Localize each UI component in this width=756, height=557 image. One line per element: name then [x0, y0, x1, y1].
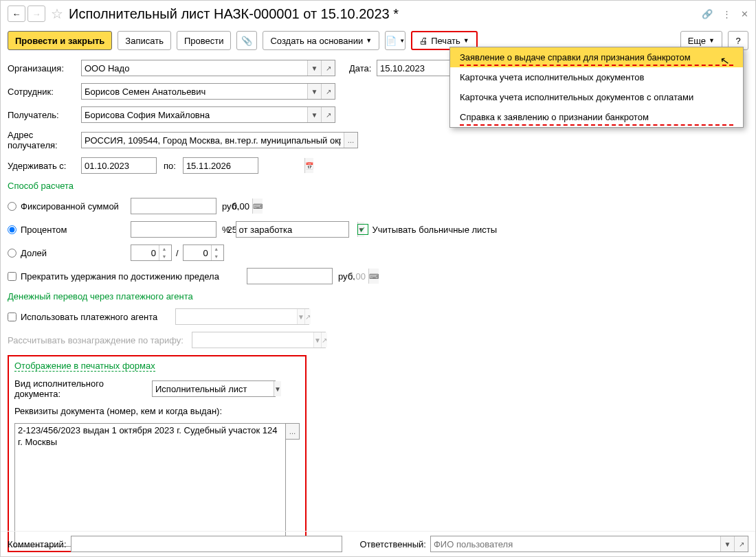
tariff-label: Рассчитывать вознаграждение по тарифу: — [8, 335, 192, 345]
dropdown-icon[interactable]: ▼ — [274, 381, 281, 396]
fixed-label: Фиксированной суммой — [21, 201, 131, 212]
emp-input[interactable] — [82, 84, 307, 99]
resp-input[interactable] — [431, 536, 720, 552]
percent-input[interactable] — [131, 222, 252, 237]
create-from-button[interactable]: Создать на основании ▼ — [263, 31, 379, 50]
share-num-field[interactable]: ▲▼ — [131, 245, 172, 261]
menu-item-bankrupt-ref[interactable]: Справка к заявлению о признании банкрото… — [450, 107, 743, 127]
stop-label: Прекратить удержания по достижению преде… — [21, 271, 219, 282]
open-icon[interactable]: ↗ — [734, 536, 748, 552]
rub-label: руб. — [222, 201, 239, 212]
dropdown-icon[interactable]: ▼ — [720, 536, 734, 552]
share-radio[interactable] — [8, 249, 16, 258]
percent-field[interactable]: ⌨ — [131, 221, 216, 238]
nav-forward-button[interactable]: → — [27, 5, 45, 22]
open-icon[interactable]: ↗ — [321, 60, 335, 76]
tariff-input — [192, 332, 313, 348]
dropdown-icon[interactable]: ▼ — [307, 107, 321, 122]
agent-label: Использовать платежного агента — [21, 312, 175, 322]
menu-item-label: Справка к заявлению о признании банкрото… — [460, 112, 649, 122]
ellipsis-icon[interactable]: … — [286, 423, 300, 440]
hold-to-input[interactable] — [184, 158, 304, 173]
more-icon[interactable]: ⋮ — [722, 9, 731, 19]
hold-label: Удерживать с: — [8, 161, 81, 171]
dropdown-icon[interactable]: ▼ — [307, 60, 321, 76]
tariff-field: ▼ ↗ — [192, 332, 326, 348]
sick-checkbox-wrap[interactable]: ✓ Учитывать больничные листы — [357, 224, 498, 235]
favorite-icon[interactable]: ☆ — [51, 5, 63, 22]
doc-type-input[interactable] — [153, 381, 274, 396]
share-num-input[interactable] — [131, 245, 159, 260]
up-icon[interactable]: ▲ — [212, 245, 221, 253]
share-den-input[interactable] — [184, 245, 211, 260]
form-area: Организация: ▼ ↗ Дата: 📅 Сотрудник: ▼ ↗ … — [1, 54, 755, 557]
menu-item-card-payments[interactable]: Карточка учета исполнительных документов… — [450, 87, 743, 107]
template-button[interactable]: 📄▼ — [385, 31, 405, 50]
chevron-down-icon: ▼ — [366, 37, 372, 44]
down-icon[interactable]: ▼ — [212, 253, 221, 260]
link-icon[interactable]: 🔗 — [702, 9, 713, 19]
down-icon[interactable]: ▼ — [159, 253, 169, 260]
fixed-amount-field[interactable]: ⌨ — [131, 198, 216, 214]
post-close-button[interactable]: Провести и закрыть — [8, 31, 112, 50]
checkbox-checked-icon[interactable]: ✓ — [357, 224, 368, 235]
dropdown-icon[interactable]: ▼ — [307, 84, 321, 99]
menu-item-label: Заявление о выдаче справки для признания… — [460, 52, 691, 62]
org-input[interactable] — [82, 60, 307, 76]
sick-label: Учитывать больничные листы — [373, 225, 498, 235]
addr-field[interactable]: … — [81, 132, 358, 148]
comment-field[interactable] — [71, 536, 342, 552]
close-icon[interactable]: ✕ — [741, 9, 748, 19]
stop-checkbox[interactable] — [8, 272, 16, 281]
req-label: Реквизиты документа (номер, кем и когда … — [14, 406, 222, 416]
hold-to-field[interactable]: 📅 — [183, 157, 258, 174]
attach-button[interactable]: 📎 — [236, 31, 257, 50]
post-button[interactable]: Провести — [177, 31, 232, 50]
up-icon[interactable]: ▲ — [159, 245, 169, 253]
create-from-label: Создать на основании — [270, 36, 363, 46]
nav-back-button[interactable]: ← — [8, 5, 25, 22]
recip-label: Получатель: — [8, 110, 81, 120]
comment-input[interactable] — [71, 536, 342, 552]
print-forms-header[interactable]: Отображение в печатных формах — [14, 361, 155, 372]
open-icon[interactable]: ↗ — [321, 84, 335, 99]
fixed-radio[interactable] — [8, 202, 16, 211]
addr-input[interactable] — [82, 133, 344, 148]
calculator-icon[interactable]: ⌨ — [368, 269, 379, 284]
open-icon: ↗ — [321, 332, 327, 348]
print-label: Печать — [431, 36, 460, 46]
open-icon[interactable]: ↗ — [321, 107, 335, 122]
resp-field[interactable]: ▼ ↗ — [430, 536, 748, 552]
share-den-field[interactable]: ▲▼ — [183, 245, 224, 261]
hold-to-label: по: — [164, 161, 176, 171]
recip-field[interactable]: ▼ ↗ — [81, 106, 335, 123]
menu-item-label: Карточка учета исполнительных документов — [460, 72, 644, 82]
emp-field[interactable]: ▼ ↗ — [81, 83, 335, 100]
percent-symbol: % — [222, 225, 230, 235]
calendar-icon[interactable]: 📅 — [304, 158, 313, 173]
doc-type-field[interactable]: ▼ — [152, 380, 276, 397]
ellipsis-icon[interactable]: … — [344, 133, 357, 148]
emp-label: Сотрудник: — [8, 87, 81, 97]
org-field[interactable]: ▼ ↗ — [81, 60, 335, 76]
transfer-header: Денежный перевод через платежного агента — [8, 291, 193, 302]
percent-from-input[interactable] — [236, 222, 357, 237]
stop-amount-field[interactable]: ⌨ — [247, 268, 333, 284]
doc-type-label: Вид исполнительного документа: — [14, 378, 152, 399]
agent-checkbox[interactable] — [8, 312, 16, 321]
calculator-icon[interactable]: ⌨ — [252, 198, 263, 214]
header: ← → ☆ Исполнительный лист НАЗК-000001 от… — [1, 1, 755, 27]
printer-icon: 🖨 — [419, 36, 428, 46]
menu-item-bankrupt-statement[interactable]: Заявление о выдаче справки для признания… — [450, 47, 743, 67]
percent-radio[interactable] — [8, 225, 16, 234]
agent-field: ▼ ↗ — [175, 308, 309, 325]
hold-from-field[interactable]: 📅 — [81, 157, 157, 174]
chevron-down-icon: ▼ — [463, 37, 469, 44]
req-textarea[interactable]: 2-123/456/2023 выдан 1 октября 2023 г. С… — [14, 423, 286, 547]
write-button[interactable]: Записать — [118, 31, 171, 50]
addr-label-1: Адрес — [8, 130, 33, 140]
menu-item-card[interactable]: Карточка учета исполнительных документов — [450, 67, 743, 87]
percent-from-field[interactable]: ▼ — [236, 221, 349, 238]
recip-input[interactable] — [82, 107, 307, 122]
menu-item-label: Карточка учета исполнительных документов… — [460, 92, 693, 102]
